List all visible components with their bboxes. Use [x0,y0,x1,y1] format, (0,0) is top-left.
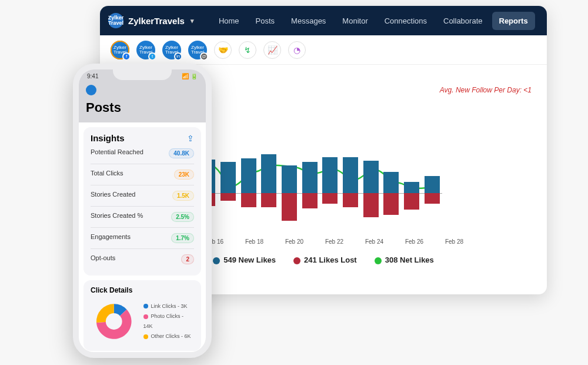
bar-likes-lost [261,193,276,207]
chevron-down-icon: ▾ [191,17,194,25]
growth-icon[interactable]: 📈 [263,41,281,59]
insights-card: Insights ⇪ Potential Reached40.8KTotal C… [83,127,201,276]
donut-chart [91,298,138,345]
brand-name: ZylkerTravels [128,16,185,26]
bar-new-likes [302,162,318,193]
bar-new-likes [261,154,276,193]
bar-likes-lost [220,193,236,201]
channel-chip-instagram[interactable]: Zylker Travel@ [188,41,207,59]
metric-row: Total Clicks23K [91,164,194,185]
channel-chip-facebook[interactable]: Zylker Travelf [111,41,129,59]
channel-chip-twitter[interactable]: Zylker Travelt [136,41,155,59]
phone-header: Posts [79,82,206,122]
bar-new-likes [322,157,338,193]
nav-collaborate[interactable]: Collaborate [436,12,490,30]
nav-links: HomePostsMessagesMonitorConnectionsColla… [212,12,535,30]
handshake-icon[interactable]: 🤝 [214,41,232,59]
brand[interactable]: Zylker Travel ZylkerTravels ▾ [108,13,194,28]
bar-likes-lost [322,193,338,204]
bar-new-likes [383,172,399,193]
nav-monitor[interactable]: Monitor [335,12,375,30]
metric-row: Stories Created %2.5% [91,207,194,228]
zigzag-icon[interactable]: ↯ [239,41,256,59]
nav-messages[interactable]: Messages [284,12,333,30]
bar-likes-lost [302,193,318,208]
bar-new-likes [241,158,256,193]
legend-new-likes: 549 New Likes [213,256,276,264]
metric-row: Opt-outs2 [91,249,194,270]
legend-likes-lost: 241 Likes Lost [293,256,357,264]
bar-likes-lost [383,193,399,215]
svg-point-0 [106,313,122,330]
brand-logo-icon: Zylker Travel [108,13,123,28]
nav-reports[interactable]: Reports [492,12,535,30]
channel-chip-linkedin[interactable]: Zylker Travelin [162,41,181,59]
phone-time: 9:41 [87,73,98,79]
phone-brand-icon [86,85,96,95]
metric-row: Engagements1.7% [91,228,194,249]
phone-page-title: Posts [86,100,199,115]
clock-icon[interactable]: ◔ [288,41,306,59]
bar-likes-lost [241,193,256,207]
nav-home[interactable]: Home [212,12,246,30]
metric-row: Stories Created1.5K [91,185,194,207]
share-icon[interactable]: ⇪ [187,134,194,143]
donut-legend: Link Clicks - 3KPhoto Clicks - 14KOther … [143,301,195,341]
phone-notch [113,66,172,80]
bar-new-likes [343,157,358,193]
bar-new-likes [425,176,440,193]
legend-net-likes: 308 Net Likes [375,256,434,264]
metric-row: Potential Reached40.8K [91,143,194,164]
bar-new-likes [282,165,297,193]
top-nav: Zylker Travel ZylkerTravels ▾ HomePostsM… [100,6,547,35]
bar-likes-lost [363,193,379,217]
nav-posts[interactable]: Posts [249,12,282,30]
bar-likes-lost [343,193,358,207]
bar-likes-lost [425,193,440,204]
bar-likes-lost [404,193,419,210]
bar-new-likes [404,182,419,193]
nav-connections[interactable]: Connections [377,12,434,30]
insights-title: Insights [91,133,125,143]
click-details-title: Click Details [91,286,194,294]
metrics-list: Potential Reached40.8KTotal Clicks23KSto… [91,143,194,270]
bar-new-likes [363,161,379,193]
phone-mock: 9:41 📶 🔋 Posts Insights ⇪ Potential Reac… [73,64,212,358]
bar-new-likes [220,162,236,193]
phone-signal-icon: 📶 🔋 [182,73,198,79]
channel-icon-row: Zylker Travelf Zylker Travelt Zylker Tra… [100,35,547,65]
avg-follow-note: Avg. New Follow Per Day: <1 [440,86,532,94]
bar-likes-lost [282,193,297,221]
click-details-card: Click Details Link Clicks - 3KPhoto Clic… [83,280,201,351]
